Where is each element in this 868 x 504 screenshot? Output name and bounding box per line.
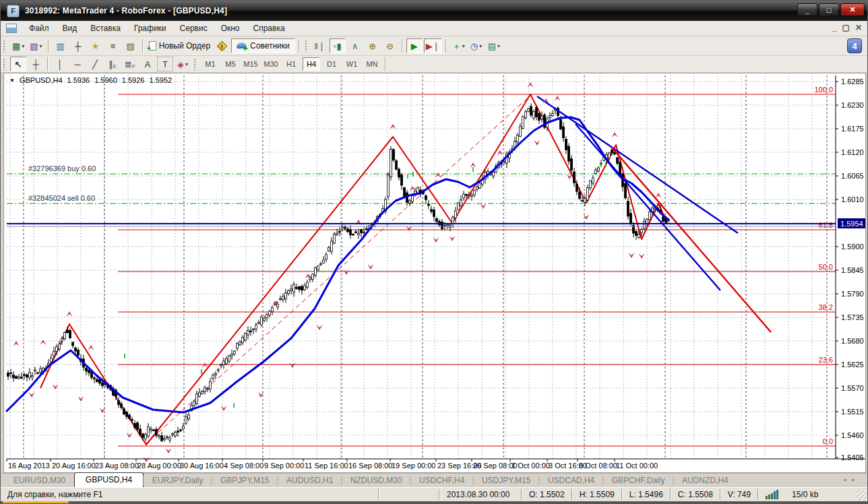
data-window-button[interactable]: ▨ xyxy=(123,38,139,53)
child-window-icon[interactable] xyxy=(6,24,17,33)
expert-advisors-button[interactable]: ▶Советники xyxy=(231,38,295,53)
new-order-button[interactable]: +Новый Ордер xyxy=(147,38,212,53)
menu-item-Файл[interactable]: Файл xyxy=(22,22,56,35)
target-cursor-button[interactable]: ┼ xyxy=(70,38,86,53)
maximize-button[interactable]: □ xyxy=(819,3,839,16)
resize-grip[interactable] xyxy=(857,490,867,500)
price-axis-label: 1.5735 xyxy=(841,313,864,321)
fib-level-label: 61.8 xyxy=(819,221,833,229)
cursor-tool[interactable]: ↖ xyxy=(10,57,26,71)
tab-GBPCHF,Daily[interactable]: GBPCHF,Daily xyxy=(603,474,674,487)
timeframe-D1[interactable]: D1 xyxy=(323,57,340,71)
tab-GBPJPY,M15[interactable]: GBPJPY,M15 xyxy=(212,474,278,487)
chart-open: 1.5936 xyxy=(67,76,90,84)
order-line-label: #32796369 buy 0.60 xyxy=(28,164,96,172)
zoom-in-button[interactable]: ⊕ xyxy=(365,38,381,53)
mdi-restore-button[interactable]: ▢ xyxy=(842,23,850,32)
tab-EURUSD,M30[interactable]: EURUSD,M30 xyxy=(5,474,74,487)
timeframe-M5[interactable]: M5 xyxy=(222,57,239,71)
candlestick-button[interactable]: ▫▮ xyxy=(330,38,346,53)
profiles-button[interactable]: ▧▾ xyxy=(28,38,44,53)
menu-item-Графики[interactable]: Графики xyxy=(127,22,173,35)
tab-EURJPY,Daily[interactable]: EURJPY,Daily xyxy=(144,474,212,487)
horizontal-line-tool[interactable]: ─ xyxy=(69,57,86,71)
fib-level-label: 38.2 xyxy=(819,303,833,311)
chart-canvas[interactable]: 100.061.850.038.223.60.0#32796369 buy 0.… xyxy=(4,73,865,472)
price-axis-label: 1.5405 xyxy=(841,453,864,462)
templates-button-dropdown[interactable]: ▾ xyxy=(497,43,500,49)
tab-scroll-right-icon[interactable]: ▸ xyxy=(852,476,861,483)
favorites-button[interactable]: ★ xyxy=(88,38,104,53)
arrows-tool-dropdown[interactable]: ▾ xyxy=(185,61,188,67)
tab-USDJPY,M15[interactable]: USDJPY,M15 xyxy=(473,474,539,487)
zoom-out-button[interactable]: ⊖ xyxy=(382,38,398,53)
price-axis-label: 1.6120 xyxy=(841,148,864,156)
new-chart-button[interactable]: ▦▾ xyxy=(10,38,26,53)
collapse-icon[interactable]: ▼ xyxy=(9,77,15,84)
tab-AUDUSD,H1[interactable]: AUDUSD,H1 xyxy=(278,474,342,487)
periods-button-dropdown[interactable]: ▾ xyxy=(479,43,482,49)
fibonacci-tool[interactable]: ≣F xyxy=(122,57,138,71)
timeframe-MN[interactable]: MN xyxy=(363,57,381,71)
mdi-close-button[interactable]: ✕ xyxy=(855,23,862,32)
minimize-button[interactable]: _ xyxy=(797,3,817,16)
trendline-tool[interactable]: ╱ xyxy=(87,57,103,71)
line-chart-button[interactable]: ∧ xyxy=(347,38,363,53)
tab-USDCAD,H4[interactable]: USDCAD,H4 xyxy=(539,474,603,487)
crosshair-tool[interactable]: ┼ xyxy=(28,57,44,71)
chart-high: 1.5960 xyxy=(94,76,117,84)
profiles-button-dropdown[interactable]: ▾ xyxy=(40,43,42,49)
timeframe-M30[interactable]: M30 xyxy=(262,57,280,71)
menu-item-Вставка[interactable]: Вставка xyxy=(84,22,127,35)
channel-tool[interactable]: ∥E xyxy=(104,57,121,71)
tab-GBPUSD,H4[interactable]: GBPUSD,H4 xyxy=(74,472,144,487)
time-axis-label: 26 Sep 08:00 xyxy=(473,462,517,470)
chart-tab-bar: EURUSD,M30│GBPUSD,H4│EURJPY,Daily│GBPJPY… xyxy=(1,473,868,487)
time-axis-label: 23 Aug 08:00 xyxy=(95,462,139,470)
tab-scroll-arrows: ◂▸ xyxy=(843,476,861,483)
price-axis-label: 1.5515 xyxy=(841,408,864,416)
alerts-icon[interactable]: ! xyxy=(214,38,230,53)
market-watch-button[interactable]: ≡ xyxy=(105,38,121,53)
price-axis-label: 1.5460 xyxy=(841,431,864,439)
time-axis-label: 8 Oct 08:00 xyxy=(579,462,617,470)
periods-button[interactable]: ◷▾ xyxy=(468,38,485,53)
mdi-minimize-button[interactable]: _ xyxy=(832,23,837,32)
close-button[interactable]: ✕ xyxy=(840,3,865,16)
chart-shift-button[interactable]: ▶❘ xyxy=(424,38,442,53)
chart-pane[interactable]: 100.061.850.038.223.60.0#32796369 buy 0.… xyxy=(3,73,866,473)
timeframe-W1[interactable]: W1 xyxy=(343,57,361,71)
menu-item-Сервис[interactable]: Сервис xyxy=(173,22,214,35)
time-axis-label: 30 Aug 16:00 xyxy=(180,462,224,470)
vertical-line-tool[interactable]: │ xyxy=(52,57,68,71)
fib-level-label: 100.0 xyxy=(814,86,833,94)
tab-USDCHF,H4[interactable]: USDCHF,H4 xyxy=(410,474,473,487)
timeframe-H4[interactable]: H4 xyxy=(303,57,320,71)
timeframe-H1[interactable]: H1 xyxy=(282,57,300,71)
tick-chart-button[interactable]: ▥ xyxy=(53,38,69,53)
menu-item-Вид[interactable]: Вид xyxy=(56,22,84,35)
window-title: 3018992: MetaTrader 4 - RoboForex - [GBP… xyxy=(25,6,227,15)
auto-scroll-button[interactable]: ▶ xyxy=(406,38,423,53)
fib-level-label: 0.0 xyxy=(823,437,833,445)
tab-NZDUSD,M30[interactable]: NZDUSD,M30 xyxy=(342,474,411,487)
timeframe-M15[interactable]: M15 xyxy=(242,57,259,71)
tab-AUDNZD,H4[interactable]: AUDNZD,H4 xyxy=(673,474,737,487)
timeframe-M1[interactable]: M1 xyxy=(202,57,219,71)
text-tool[interactable]: A xyxy=(140,57,156,71)
price-axis-label: 1.5900 xyxy=(841,243,864,251)
title-bar[interactable]: F 3018992: MetaTrader 4 - RoboForex - [G… xyxy=(1,1,868,21)
label-tool[interactable]: T xyxy=(157,57,173,71)
arrows-tool[interactable]: ◈▾ xyxy=(175,57,191,71)
menu-item-Окно[interactable]: Окно xyxy=(214,22,247,35)
ohlc-bars-button[interactable]: ‖❘ xyxy=(312,38,328,53)
templates-button[interactable]: ▤▾ xyxy=(486,38,502,53)
indicators-button-dropdown[interactable]: ▾ xyxy=(462,43,465,49)
menu-item-Справка[interactable]: Справка xyxy=(247,22,292,35)
tab-scroll-left-icon[interactable]: ◂ xyxy=(843,476,852,483)
indicators-button[interactable]: ＋▾ xyxy=(450,38,467,53)
new-chart-button-dropdown[interactable]: ▾ xyxy=(22,43,24,49)
taskbar-active-button[interactable] xyxy=(3,501,69,504)
status-bar: Для справки, нажмите F1 2013.08.30 00:00… xyxy=(1,487,868,501)
notifications-badge[interactable]: 4 xyxy=(847,38,862,53)
